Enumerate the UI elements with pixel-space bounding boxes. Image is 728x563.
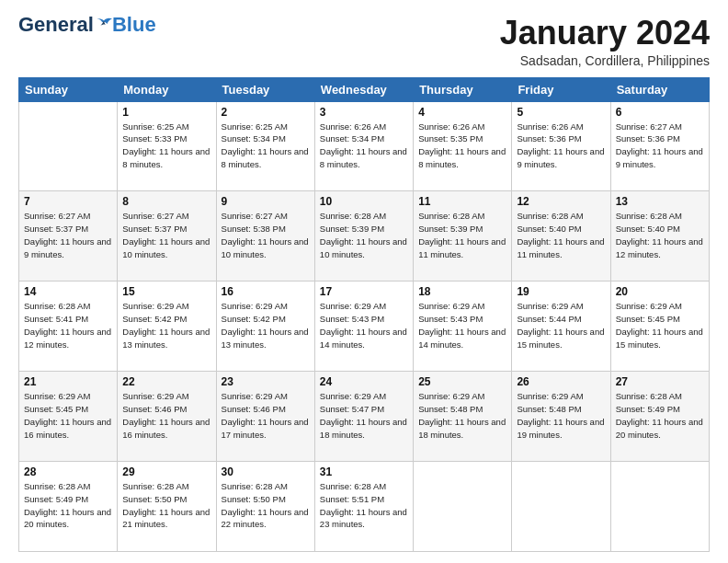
calendar-cell: 21Sunrise: 6:29 AM Sunset: 5:45 PM Dayli… [19,372,118,462]
cell-day-number: 13 [616,195,704,208]
day-header-friday: Friday [512,77,610,101]
cell-info: Sunrise: 6:28 AM Sunset: 5:39 PM Dayligh… [418,210,506,260]
calendar-cell: 20Sunrise: 6:29 AM Sunset: 5:45 PM Dayli… [610,282,709,372]
cell-day-number: 1 [122,106,210,119]
logo-bird-icon [96,17,112,31]
cell-day-number: 26 [517,375,605,388]
week-row-2: 14Sunrise: 6:28 AM Sunset: 5:41 PM Dayli… [19,282,710,372]
calendar-cell: 5Sunrise: 6:26 AM Sunset: 5:36 PM Daylig… [512,101,610,191]
cell-info: Sunrise: 6:27 AM Sunset: 5:37 PM Dayligh… [122,210,210,260]
cell-info: Sunrise: 6:27 AM Sunset: 5:36 PM Dayligh… [616,121,704,171]
day-header-saturday: Saturday [610,77,709,101]
cell-info: Sunrise: 6:26 AM Sunset: 5:35 PM Dayligh… [418,121,506,171]
cell-info: Sunrise: 6:29 AM Sunset: 5:46 PM Dayligh… [222,390,310,441]
logo-general: General [18,15,94,35]
calendar-table: SundayMondayTuesdayWednesdayThursdayFrid… [18,77,710,552]
day-header-sunday: Sunday [19,77,118,101]
calendar-cell: 30Sunrise: 6:28 AM Sunset: 5:50 PM Dayli… [216,462,314,552]
calendar-cell: 31Sunrise: 6:28 AM Sunset: 5:51 PM Dayli… [314,462,413,552]
cell-day-number: 9 [222,195,310,208]
calendar-cell: 19Sunrise: 6:29 AM Sunset: 5:44 PM Dayli… [512,282,610,372]
cell-day-number: 8 [122,195,210,208]
calendar-cell: 11Sunrise: 6:28 AM Sunset: 5:39 PM Dayli… [414,191,512,282]
calendar-cell [19,101,118,191]
cell-info: Sunrise: 6:28 AM Sunset: 5:50 PM Dayligh… [122,480,210,531]
cell-info: Sunrise: 6:28 AM Sunset: 5:40 PM Dayligh… [616,210,704,260]
calendar-cell: 1Sunrise: 6:25 AM Sunset: 5:33 PM Daylig… [118,101,216,191]
calendar-cell: 27Sunrise: 6:28 AM Sunset: 5:49 PM Dayli… [610,372,709,462]
day-header-monday: Monday [118,77,216,101]
cell-day-number: 22 [122,375,210,388]
logo-blue: Blue [112,15,156,35]
calendar-cell: 14Sunrise: 6:28 AM Sunset: 5:41 PM Dayli… [19,282,118,372]
day-header-tuesday: Tuesday [216,77,314,101]
calendar-cell [610,462,709,552]
cell-day-number: 17 [320,285,408,298]
cell-day-number: 27 [616,375,704,388]
day-header-wednesday: Wednesday [314,77,413,101]
cell-info: Sunrise: 6:29 AM Sunset: 5:42 PM Dayligh… [222,300,310,350]
week-row-1: 7Sunrise: 6:27 AM Sunset: 5:37 PM Daylig… [19,191,710,282]
calendar-cell: 7Sunrise: 6:27 AM Sunset: 5:37 PM Daylig… [19,191,118,282]
cell-info: Sunrise: 6:29 AM Sunset: 5:48 PM Dayligh… [418,390,506,441]
cell-day-number: 24 [320,375,408,388]
cell-day-number: 16 [222,285,310,298]
calendar-cell [512,462,610,552]
calendar-cell: 2Sunrise: 6:25 AM Sunset: 5:34 PM Daylig… [216,101,314,191]
cell-info: Sunrise: 6:28 AM Sunset: 5:51 PM Dayligh… [320,480,408,531]
cell-day-number: 20 [616,285,704,298]
calendar-cell: 10Sunrise: 6:28 AM Sunset: 5:39 PM Dayli… [314,191,413,282]
calendar-cell: 26Sunrise: 6:29 AM Sunset: 5:48 PM Dayli… [512,372,610,462]
cell-info: Sunrise: 6:28 AM Sunset: 5:49 PM Dayligh… [616,390,704,441]
header: General Blue January 2024 Sadsadan, Cord… [18,15,710,68]
cell-day-number: 15 [122,285,210,298]
cell-info: Sunrise: 6:29 AM Sunset: 5:47 PM Dayligh… [320,390,408,441]
calendar-cell [414,462,512,552]
cell-day-number: 25 [418,375,506,388]
cell-day-number: 23 [222,375,310,388]
cell-info: Sunrise: 6:26 AM Sunset: 5:36 PM Dayligh… [517,121,605,171]
calendar-cell: 9Sunrise: 6:27 AM Sunset: 5:38 PM Daylig… [216,191,314,282]
calendar-cell: 8Sunrise: 6:27 AM Sunset: 5:37 PM Daylig… [118,191,216,282]
cell-info: Sunrise: 6:28 AM Sunset: 5:49 PM Dayligh… [24,480,112,531]
cell-info: Sunrise: 6:26 AM Sunset: 5:34 PM Dayligh… [320,121,408,171]
cell-day-number: 14 [24,285,112,298]
title-block: January 2024 Sadsadan, Cordillera, Phili… [500,15,710,68]
cell-day-number: 2 [222,106,310,119]
cell-day-number: 11 [418,195,506,208]
cell-day-number: 12 [517,195,605,208]
calendar-cell: 29Sunrise: 6:28 AM Sunset: 5:50 PM Dayli… [118,462,216,552]
subtitle: Sadsadan, Cordillera, Philippines [500,53,710,68]
calendar-cell: 24Sunrise: 6:29 AM Sunset: 5:47 PM Dayli… [314,372,413,462]
calendar-cell: 4Sunrise: 6:26 AM Sunset: 5:35 PM Daylig… [414,101,512,191]
week-row-4: 28Sunrise: 6:28 AM Sunset: 5:49 PM Dayli… [19,462,710,552]
cell-info: Sunrise: 6:28 AM Sunset: 5:41 PM Dayligh… [24,300,112,350]
cell-info: Sunrise: 6:29 AM Sunset: 5:45 PM Dayligh… [24,390,112,441]
cell-day-number: 18 [418,285,506,298]
cell-day-number: 5 [517,106,605,119]
cell-info: Sunrise: 6:28 AM Sunset: 5:50 PM Dayligh… [222,480,310,531]
cell-day-number: 30 [222,465,310,478]
cell-info: Sunrise: 6:29 AM Sunset: 5:48 PM Dayligh… [517,390,605,441]
calendar-cell: 25Sunrise: 6:29 AM Sunset: 5:48 PM Dayli… [414,372,512,462]
cell-day-number: 21 [24,375,112,388]
calendar-cell: 17Sunrise: 6:29 AM Sunset: 5:43 PM Dayli… [314,282,413,372]
cell-info: Sunrise: 6:29 AM Sunset: 5:45 PM Dayligh… [616,300,704,350]
calendar-cell: 18Sunrise: 6:29 AM Sunset: 5:43 PM Dayli… [414,282,512,372]
calendar-cell: 22Sunrise: 6:29 AM Sunset: 5:46 PM Dayli… [118,372,216,462]
cell-day-number: 10 [320,195,408,208]
cell-info: Sunrise: 6:25 AM Sunset: 5:34 PM Dayligh… [222,121,310,171]
week-row-0: 1Sunrise: 6:25 AM Sunset: 5:33 PM Daylig… [19,101,710,191]
calendar-cell: 28Sunrise: 6:28 AM Sunset: 5:49 PM Dayli… [19,462,118,552]
calendar-cell: 16Sunrise: 6:29 AM Sunset: 5:42 PM Dayli… [216,282,314,372]
calendar-cell: 23Sunrise: 6:29 AM Sunset: 5:46 PM Dayli… [216,372,314,462]
cell-info: Sunrise: 6:27 AM Sunset: 5:37 PM Dayligh… [24,210,112,260]
cell-day-number: 31 [320,465,408,478]
day-header-thursday: Thursday [414,77,512,101]
logo: General Blue [18,15,156,35]
calendar-cell: 6Sunrise: 6:27 AM Sunset: 5:36 PM Daylig… [610,101,709,191]
cell-day-number: 19 [517,285,605,298]
cell-day-number: 28 [24,465,112,478]
cell-info: Sunrise: 6:29 AM Sunset: 5:42 PM Dayligh… [122,300,210,350]
calendar-cell: 15Sunrise: 6:29 AM Sunset: 5:42 PM Dayli… [118,282,216,372]
